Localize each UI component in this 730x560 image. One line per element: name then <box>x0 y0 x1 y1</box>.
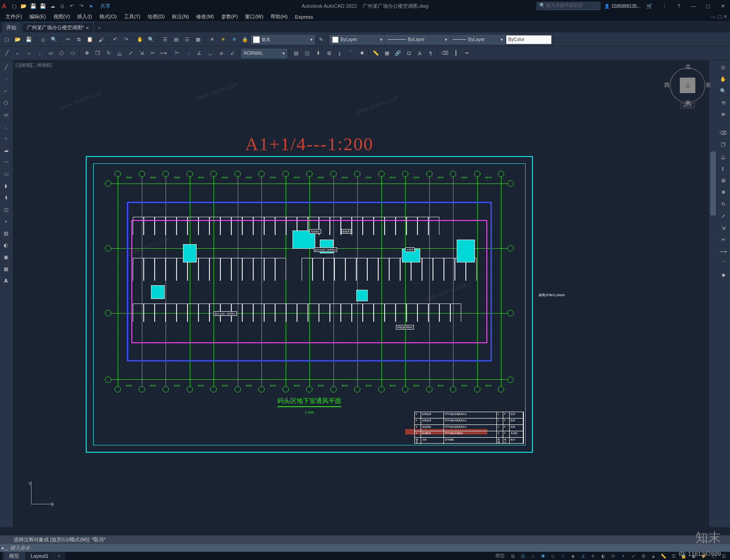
tb-plot-icon[interactable]: ⎙ <box>38 35 48 45</box>
tb-join-icon[interactable]: ━ <box>462 48 472 58</box>
doc-minimize-icon[interactable]: — ▢ ✕ <box>711 14 727 20</box>
rt-explode-icon[interactable]: ✸ <box>718 270 728 280</box>
viewcube-west[interactable]: 西 <box>664 81 670 89</box>
tb-fillet-icon[interactable]: ⌒ <box>346 48 356 58</box>
lt-block-icon[interactable]: ◫ <box>1 204 11 215</box>
viewcube-north[interactable]: 北 <box>685 63 691 71</box>
rt-show-icon[interactable]: 👁 <box>718 110 728 120</box>
sb-snap-icon[interactable]: ⊡ <box>518 552 527 560</box>
tb-hatch-icon[interactable]: ▨ <box>291 48 301 58</box>
sb-model-label[interactable]: 模型 <box>493 552 507 560</box>
tb-copy2-icon[interactable]: ❐ <box>93 48 103 58</box>
sb-3dosnap-icon[interactable]: ◈ <box>568 552 578 560</box>
menu-draw[interactable]: 绘图(D) <box>145 12 167 21</box>
sb-cycling-icon[interactable]: ↻ <box>609 552 618 560</box>
lt-rect-icon[interactable]: ▭ <box>1 110 11 120</box>
tb-copy-icon[interactable]: ⧉ <box>74 35 84 45</box>
share-link[interactable]: 共享 <box>100 3 110 10</box>
sb-lwt-icon[interactable]: ≡ <box>589 552 598 560</box>
lineweight-selector[interactable]: ByLayer ▾ <box>450 35 505 44</box>
menu-help[interactable]: 帮助(H) <box>268 12 290 21</box>
tb-layer-mgr-icon[interactable]: ☲ <box>182 35 192 45</box>
qat-share-arrow-icon[interactable]: ➤ <box>87 2 95 10</box>
lt-hatch-icon[interactable]: ▨ <box>1 228 11 238</box>
qat-redo-icon[interactable]: ↷ <box>77 2 85 10</box>
rt-copy-icon[interactable]: ❐ <box>718 140 728 150</box>
viewcube-wcs[interactable]: WCS <box>681 103 695 109</box>
rt-scale-icon[interactable]: ⤢ <box>718 211 728 221</box>
tb-undo-icon[interactable]: ↶ <box>110 35 120 45</box>
menu-modify[interactable]: 修改(M) <box>193 12 217 21</box>
close-button[interactable]: ✕ <box>717 2 728 10</box>
sb-isodraft-icon[interactable]: ◇ <box>548 552 558 560</box>
sb-ortho-icon[interactable]: ⊥ <box>528 552 537 560</box>
app-menu-icon[interactable]: ⋮ <box>659 2 670 10</box>
tab-start[interactable]: 开始 <box>2 22 21 32</box>
menu-tools[interactable]: 工具(T) <box>121 12 143 21</box>
tb-cut-icon[interactable]: ✂ <box>63 35 73 45</box>
tb-leader-icon[interactable]: ↙ <box>227 48 237 58</box>
lt-table-icon[interactable]: ▦ <box>1 264 11 274</box>
color-selector[interactable]: ByLayer ▾ <box>330 35 385 44</box>
layer-selector[interactable]: 签名 ▾ <box>251 35 315 44</box>
menu-format[interactable]: 格式(O) <box>97 12 120 21</box>
tb-tool-palette-icon[interactable]: ▦ <box>193 35 203 45</box>
linetype-selector[interactable]: ByLayer ▾ <box>386 35 449 44</box>
tab-layout1[interactable]: Layout1 <box>25 552 54 560</box>
textstyle-selector[interactable]: NORMAL ▾ <box>241 49 287 58</box>
tab-model[interactable]: 模型 <box>4 552 25 560</box>
menu-parametric[interactable]: 参数(P) <box>219 12 241 21</box>
menu-view[interactable]: 视图(V) <box>51 12 73 21</box>
lt-insert-icon[interactable]: ⬇ <box>1 193 11 203</box>
tb-circle-icon[interactable]: ○ <box>24 48 34 58</box>
tb-zoom-icon[interactable]: 🔍 <box>146 35 156 45</box>
lt-ellipse-icon[interactable]: ⬭ <box>1 169 11 179</box>
plotstyle-selector[interactable] <box>506 35 552 44</box>
sb-dynamic-icon[interactable]: + <box>619 552 628 560</box>
viewcube-east[interactable]: 东 <box>705 81 711 89</box>
tb-trim-icon[interactable]: ✂ <box>147 48 157 58</box>
rt-array-icon[interactable]: ⊞ <box>718 175 728 185</box>
tb-xref-icon[interactable]: 🔗 <box>393 48 403 58</box>
tb-save-icon[interactable]: 💾 <box>24 35 34 45</box>
user-account[interactable]: 👤1505999135... <box>604 4 641 9</box>
tb-match-icon[interactable]: 🖌 <box>96 35 106 45</box>
viewcube[interactable]: 上 北 南 西 东 WCS <box>667 65 708 106</box>
lt-polygon-icon[interactable]: ⬠ <box>1 98 11 108</box>
sb-osnap-icon[interactable]: □ <box>558 552 568 560</box>
rt-trim-icon[interactable]: ✂ <box>718 235 728 245</box>
lt-point-icon[interactable]: • <box>1 216 11 226</box>
tb-ellipse-icon[interactable]: ⬭ <box>68 48 78 58</box>
lt-line-icon[interactable]: ╱ <box>1 62 11 72</box>
tb-extend-icon[interactable]: ⟶ <box>158 48 168 58</box>
lt-ellipsearc-icon[interactable]: ◗ <box>1 181 11 191</box>
tb-dim-angular-icon[interactable]: ∠ <box>194 48 204 58</box>
tb-arc-icon[interactable]: ◟ <box>35 48 45 58</box>
menu-window[interactable]: 窗口(W) <box>242 12 266 21</box>
tb-sheet-icon[interactable]: ▤ <box>171 35 181 45</box>
qat-web-icon[interactable]: ☁ <box>48 2 57 10</box>
rt-erase-icon[interactable]: ⌫ <box>718 128 728 138</box>
lt-xline-icon[interactable]: ⟋ <box>1 74 11 84</box>
tab-add-layout-icon[interactable]: + <box>54 552 63 560</box>
scrollbar-thumb[interactable] <box>710 152 716 215</box>
tb-dim-diameter-icon[interactable]: ⌀ <box>216 48 226 58</box>
tb-dim-radius-icon[interactable]: ◡ <box>205 48 215 58</box>
qat-undo-icon[interactable]: ↶ <box>68 2 76 10</box>
menu-express[interactable]: Express <box>292 13 316 21</box>
tb-mirror-icon[interactable]: ⧋ <box>115 48 125 58</box>
tb-insert-icon[interactable]: ⬇ <box>313 48 323 58</box>
tb-explode-icon[interactable]: ✸ <box>357 48 367 58</box>
ucs-icon[interactable]: X Y <box>26 481 54 509</box>
lt-gradient-icon[interactable]: ◐ <box>1 240 11 250</box>
rt-stretch-icon[interactable]: ⇲ <box>718 223 728 233</box>
tb-mtext-icon[interactable]: ¶ <box>426 48 436 58</box>
tb-measure-icon[interactable]: 📏 <box>371 48 381 58</box>
lt-arc-icon[interactable]: ◟ <box>1 121 11 131</box>
tb-pan-icon[interactable]: ✋ <box>135 35 145 45</box>
tb-stretch-icon[interactable]: ⇲ <box>136 48 146 58</box>
rt-move-icon[interactable]: ✥ <box>718 187 728 197</box>
lt-mtext-icon[interactable]: A <box>1 276 11 286</box>
tb-group-icon[interactable]: ⊡ <box>404 48 414 58</box>
lt-region-icon[interactable]: ▣ <box>1 252 11 262</box>
